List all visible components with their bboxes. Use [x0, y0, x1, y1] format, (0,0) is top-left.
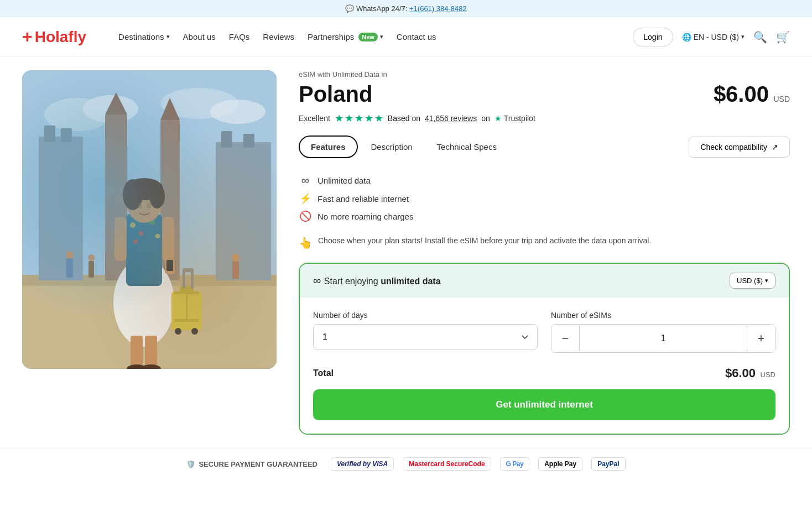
gpay-badge: G Pay: [500, 457, 530, 471]
secure-label: SECURE PAYMENT GUARANTEED: [199, 460, 317, 468]
svg-rect-52: [232, 261, 239, 279]
esim-label: eSIM with Unlimited Data in: [299, 70, 790, 79]
choose-note: 👆 Choose when your plan starts! Install …: [299, 236, 790, 249]
order-header: ∞ Start enjoying unlimited data USD ($) …: [300, 264, 789, 298]
order-header-title: ∞ Start enjoying unlimited data: [313, 274, 441, 287]
tab-features[interactable]: Features: [299, 135, 358, 158]
svg-point-51: [88, 254, 95, 261]
svg-point-1: [44, 98, 111, 131]
feature-roaming-label: No more roaming charges: [317, 212, 413, 221]
currency-chevron-icon: ▾: [765, 277, 768, 284]
logo-text: Holafly: [35, 28, 86, 46]
days-select[interactable]: 1 3 5 7 14 30: [313, 324, 538, 350]
tabs-row: Features Description Technical Specs Che…: [299, 135, 790, 158]
svg-rect-47: [183, 268, 194, 272]
svg-rect-0: [22, 70, 277, 369]
esims-stepper: − 1 +: [551, 324, 775, 353]
svg-point-32: [138, 203, 142, 208]
no-roaming-icon: 🚫: [299, 210, 312, 222]
svg-point-53: [232, 254, 240, 262]
login-button[interactable]: Login: [633, 28, 673, 46]
destinations-chevron-icon: ▾: [166, 33, 170, 40]
infinity-icon: ∞: [299, 174, 312, 187]
days-label: Number of days: [313, 311, 538, 320]
product-image: [22, 70, 277, 369]
logo-plus: +: [22, 27, 33, 47]
product-image-placeholder: [22, 70, 277, 369]
logo[interactable]: + Holafly: [22, 27, 86, 47]
svg-rect-46: [191, 269, 194, 289]
reviews-on-text: on: [481, 114, 490, 123]
svg-rect-11: [221, 131, 232, 148]
svg-rect-40: [174, 291, 199, 294]
star-1: ★: [335, 112, 343, 124]
lang-chevron-icon: ▾: [741, 33, 745, 40]
star-4: ★: [365, 112, 373, 124]
nav-about[interactable]: About us: [178, 28, 221, 46]
lightning-icon: ⚡: [299, 192, 312, 205]
svg-rect-25: [114, 217, 127, 261]
order-fields: Number of days 1 3 5 7 14 30 Number of e…: [313, 311, 775, 353]
svg-marker-16: [160, 98, 180, 120]
whatsapp-label: WhatsApp 24/7:: [356, 4, 408, 13]
cart-icon[interactable]: 🛒: [776, 30, 790, 44]
tab-specs[interactable]: Technical Specs: [426, 135, 508, 158]
esims-increment-button[interactable]: +: [747, 325, 775, 352]
total-price: $6.00: [725, 366, 756, 380]
check-compatibility-button[interactable]: Check compatibility ↗: [689, 137, 790, 158]
svg-point-36: [127, 364, 147, 369]
product-title-row: Poland $6.00 USD: [299, 82, 790, 107]
svg-rect-10: [216, 142, 271, 280]
tabs: Features Description Technical Specs: [299, 135, 508, 158]
total-price-container: $6.00 USD: [725, 366, 775, 380]
esims-value: 1: [579, 326, 747, 351]
shield-icon: 🛡️: [186, 460, 195, 468]
svg-rect-9: [61, 128, 72, 142]
get-unlimited-button[interactable]: Get unlimited internet: [313, 389, 775, 420]
reviews-link[interactable]: 41,656 reviews: [425, 114, 477, 123]
search-icon[interactable]: 🔍: [753, 30, 767, 44]
tab-description[interactable]: Description: [360, 135, 424, 158]
order-box: ∞ Start enjoying unlimited data USD ($) …: [299, 263, 790, 435]
svg-point-43: [175, 328, 181, 335]
svg-point-4: [210, 100, 266, 124]
nav-contact[interactable]: Contact us: [391, 28, 442, 46]
language-selector[interactable]: 🌐 EN - USD ($) ▾: [682, 33, 745, 41]
whatsapp-icon: 💬: [345, 4, 354, 13]
svg-rect-39: [180, 286, 194, 294]
nav-destinations[interactable]: Destinations ▾: [113, 28, 175, 46]
svg-rect-34: [131, 336, 143, 369]
rating-label: Excellent: [299, 114, 330, 123]
price-currency: USD: [773, 95, 790, 103]
svg-rect-24: [162, 217, 174, 261]
nav-faqs[interactable]: FAQs: [223, 28, 256, 46]
paypal-badge: PayPal: [591, 457, 625, 471]
svg-rect-26: [165, 258, 175, 274]
svg-marker-14: [105, 92, 127, 114]
nav-partnerships[interactable]: Partnerships New ▾: [302, 28, 389, 46]
phone-link[interactable]: +1(661) 384-8482: [409, 4, 467, 13]
svg-rect-5: [22, 280, 277, 369]
esims-decrement-button[interactable]: −: [551, 325, 579, 352]
navigation: + Holafly Destinations ▾ About us FAQs R…: [0, 17, 812, 57]
svg-rect-38: [171, 291, 202, 330]
order-infinity-icon: ∞: [313, 274, 324, 286]
feature-unlimited-data: ∞ Unlimited data: [299, 171, 790, 190]
currency-selector[interactable]: USD ($) ▾: [730, 273, 775, 289]
esims-label: Number of eSIMs: [551, 311, 775, 320]
star-3: ★: [355, 112, 363, 124]
svg-rect-48: [66, 258, 73, 278]
svg-rect-8: [44, 126, 55, 142]
secure-payment: 🛡️ SECURE PAYMENT GUARANTEED: [186, 460, 317, 468]
nav-right: Login 🌐 EN - USD ($) ▾ 🔍 🛒: [633, 28, 790, 46]
trustpilot: ★ Trustpilot: [495, 114, 535, 123]
feature-unlimited-label: Unlimited data: [317, 176, 371, 185]
svg-rect-50: [89, 261, 94, 278]
stars: ★ ★ ★ ★ ★: [335, 112, 383, 124]
svg-point-20: [139, 231, 143, 236]
nav-reviews[interactable]: Reviews: [257, 28, 300, 46]
svg-point-37: [141, 364, 161, 369]
svg-point-29: [126, 178, 163, 200]
mastercard-badge: Mastercard SecureCode: [403, 457, 491, 471]
visa-badge: Verified by VISA: [331, 457, 394, 471]
